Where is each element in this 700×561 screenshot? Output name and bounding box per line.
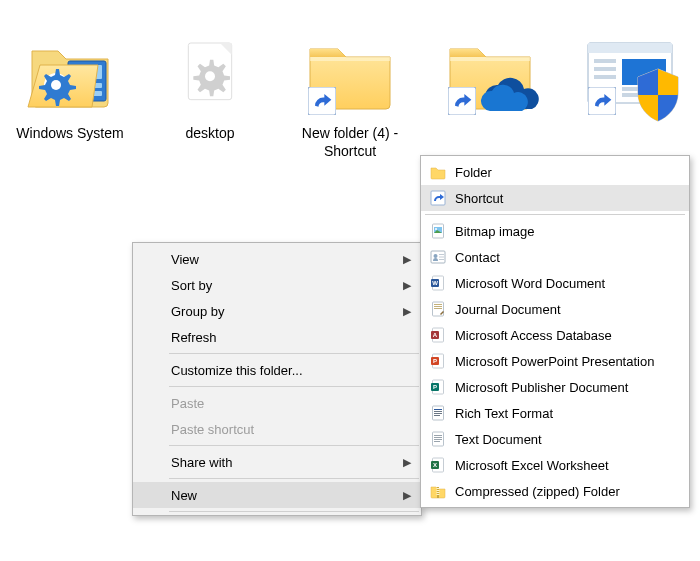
desktop-area: Windows System desktop New folder (4) - … (0, 25, 700, 160)
submenu-arrow-icon: ▶ (403, 489, 411, 502)
journal-icon (429, 300, 447, 318)
new-bitmap-image[interactable]: Bitmap image (421, 218, 689, 244)
ctx-paste-shortcut: Paste shortcut (133, 416, 421, 442)
desktop-item-label: Windows System (16, 125, 123, 143)
ctx-separator (169, 478, 419, 479)
new-shortcut[interactable]: Shortcut (421, 185, 689, 211)
ctx-item-label: Customize this folder... (171, 363, 303, 378)
svg-text:A: A (433, 332, 438, 338)
svg-text:X: X (433, 462, 437, 468)
shortcut-icon (429, 189, 447, 207)
rtf-icon (429, 404, 447, 422)
new-submenu: Folder Shortcut Bitmap image Contact W M… (420, 155, 690, 508)
folder-icon (429, 163, 447, 181)
new-item-label: Journal Document (455, 302, 561, 317)
desktop-item-onedrive[interactable] (420, 25, 560, 160)
windows-system-folder-icon (22, 25, 118, 121)
new-folder[interactable]: Folder (421, 159, 689, 185)
ctx-separator (169, 386, 419, 387)
desktop-item-new-folder-shortcut[interactable]: New folder (4) - Shortcut (280, 25, 420, 160)
contact-icon (429, 248, 447, 266)
new-item-label: Microsoft PowerPoint Presentation (455, 354, 654, 369)
ctx-share-with[interactable]: Share with ▶ (133, 449, 421, 475)
new-item-label: Folder (455, 165, 492, 180)
ctx-customize-folder[interactable]: Customize this folder... (133, 357, 421, 383)
new-powerpoint-presentation[interactable]: P Microsoft PowerPoint Presentation (421, 348, 689, 374)
new-item-label: Contact (455, 250, 500, 265)
submenu-arrow-icon: ▶ (403, 456, 411, 469)
ctx-item-label: View (171, 252, 199, 267)
ctx-sort-by[interactable]: Sort by ▶ (133, 272, 421, 298)
desktop-item-label: desktop (185, 125, 234, 143)
new-item-label: Compressed (zipped) Folder (455, 484, 620, 499)
svg-text:P: P (433, 358, 437, 364)
onedrive-folder-icon (442, 25, 538, 121)
new-rich-text-format[interactable]: Rich Text Format (421, 400, 689, 426)
ctx-refresh[interactable]: Refresh (133, 324, 421, 350)
submenu-arrow-icon: ▶ (403, 305, 411, 318)
ctx-paste: Paste (133, 390, 421, 416)
ctx-item-label: Group by (171, 304, 224, 319)
zip-icon (429, 482, 447, 500)
desktop-item-optional-features[interactable] (560, 25, 700, 160)
powerpoint-icon: P (429, 352, 447, 370)
ctx-item-label: Sort by (171, 278, 212, 293)
new-item-label: Text Document (455, 432, 542, 447)
submenu-arrow-icon: ▶ (403, 279, 411, 292)
ctx-new[interactable]: New ▶ (133, 482, 421, 508)
desktop-item-desktop-ini[interactable]: desktop (140, 25, 280, 160)
new-item-label: Microsoft Word Document (455, 276, 605, 291)
submenu-arrow-icon: ▶ (403, 253, 411, 266)
new-text-document[interactable]: Text Document (421, 426, 689, 452)
ctx-separator (169, 445, 419, 446)
new-word-document[interactable]: W Microsoft Word Document (421, 270, 689, 296)
ctx-item-label: New (171, 488, 197, 503)
new-item-label: Microsoft Excel Worksheet (455, 458, 609, 473)
ctx-group-by[interactable]: Group by ▶ (133, 298, 421, 324)
text-icon (429, 430, 447, 448)
ctx-separator (169, 511, 419, 512)
new-item-label: Rich Text Format (455, 406, 553, 421)
new-access-database[interactable]: A Microsoft Access Database (421, 322, 689, 348)
context-menu: View ▶ Sort by ▶ Group by ▶ Refresh Cust… (132, 242, 422, 516)
new-excel-worksheet[interactable]: X Microsoft Excel Worksheet (421, 452, 689, 478)
ctx-item-label: Refresh (171, 330, 217, 345)
desktop-item-label: New folder (4) - Shortcut (302, 125, 398, 160)
ctx-view[interactable]: View ▶ (133, 246, 421, 272)
new-item-label: Bitmap image (455, 224, 534, 239)
ctx-separator (169, 353, 419, 354)
new-compressed-folder[interactable]: Compressed (zipped) Folder (421, 478, 689, 504)
ctx-item-label: Paste shortcut (171, 422, 254, 437)
new-publisher-document[interactable]: P Microsoft Publisher Document (421, 374, 689, 400)
access-icon: A (429, 326, 447, 344)
new-contact[interactable]: Contact (421, 244, 689, 270)
publisher-icon: P (429, 378, 447, 396)
excel-icon: X (429, 456, 447, 474)
ctx-item-label: Paste (171, 396, 204, 411)
new-item-label: Microsoft Publisher Document (455, 380, 628, 395)
bitmap-icon (429, 222, 447, 240)
new-journal-document[interactable]: Journal Document (421, 296, 689, 322)
svg-text:P: P (433, 384, 437, 390)
ctx-item-label: Share with (171, 455, 232, 470)
folder-shortcut-icon (302, 25, 398, 121)
svg-text:W: W (432, 280, 438, 286)
ini-file-icon (162, 25, 258, 121)
optional-features-icon (582, 25, 678, 121)
desktop-item-windows-system[interactable]: Windows System (0, 25, 140, 160)
word-icon: W (429, 274, 447, 292)
new-item-label: Microsoft Access Database (455, 328, 612, 343)
ctx-separator (425, 214, 685, 215)
new-item-label: Shortcut (455, 191, 503, 206)
